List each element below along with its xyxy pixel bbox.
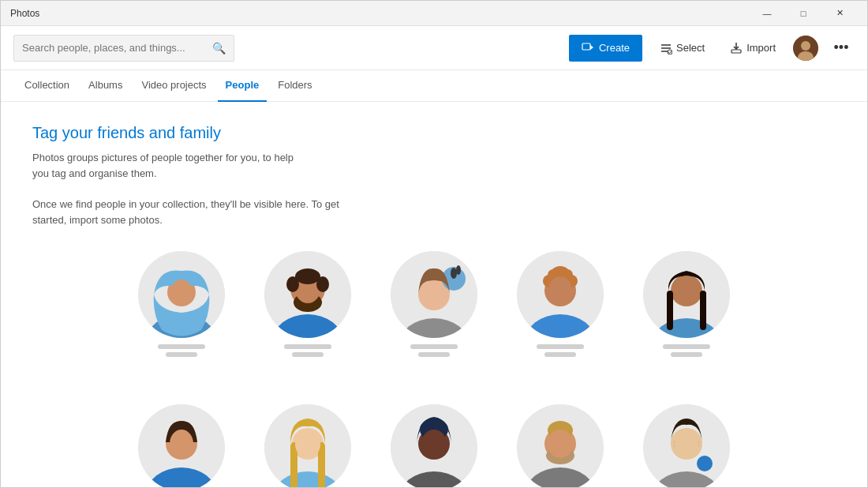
svg-point-27 bbox=[451, 268, 457, 279]
svg-rect-43 bbox=[700, 291, 706, 330]
svg-point-29 bbox=[422, 280, 446, 309]
avatar-row-2 bbox=[32, 404, 836, 487]
window-controls: — □ ✕ bbox=[749, 1, 858, 26]
list-item bbox=[264, 404, 351, 487]
user-avatar[interactable] bbox=[793, 36, 818, 61]
avatar bbox=[643, 251, 730, 338]
avatar-name-placeholder bbox=[158, 344, 205, 357]
avatar-name-placeholder bbox=[537, 344, 584, 357]
tab-collection[interactable]: Collection bbox=[17, 70, 77, 102]
select-icon bbox=[660, 42, 672, 54]
more-options-button[interactable]: ••• bbox=[828, 35, 855, 62]
svg-point-49 bbox=[170, 430, 193, 458]
title-bar: Photos — □ ✕ bbox=[1, 1, 867, 26]
search-input[interactable] bbox=[22, 42, 212, 54]
avatar bbox=[391, 251, 477, 338]
svg-point-66 bbox=[548, 430, 573, 458]
svg-rect-42 bbox=[667, 291, 673, 330]
maximize-button[interactable]: □ bbox=[785, 1, 821, 26]
tab-folders[interactable]: Folders bbox=[270, 70, 320, 102]
toolbar: 🔍 Create Select bbox=[1, 26, 867, 70]
page-note: Once we find people in your collection, … bbox=[32, 197, 364, 227]
tab-people[interactable]: People bbox=[218, 70, 268, 102]
svg-rect-0 bbox=[582, 43, 590, 50]
svg-marker-1 bbox=[590, 45, 593, 50]
close-button[interactable]: ✕ bbox=[821, 1, 858, 26]
svg-point-60 bbox=[421, 430, 447, 458]
avatar-row-1 bbox=[32, 251, 836, 357]
tab-video-projects[interactable]: Video projects bbox=[133, 70, 214, 102]
list-item bbox=[643, 251, 730, 357]
page-description: Photos groups pictures of people togethe… bbox=[32, 150, 301, 181]
list-item bbox=[264, 251, 351, 357]
svg-point-73 bbox=[697, 456, 713, 471]
avatar-section bbox=[32, 251, 836, 487]
avatar bbox=[264, 404, 351, 487]
avatar bbox=[264, 251, 351, 338]
page-heading: Tag your friends and family bbox=[32, 124, 836, 142]
search-icon: 🔍 bbox=[212, 42, 226, 54]
list-item bbox=[138, 404, 225, 487]
tab-albums[interactable]: Albums bbox=[80, 70, 130, 102]
list-item bbox=[138, 251, 225, 357]
minimize-button[interactable]: — bbox=[749, 1, 785, 26]
avatar bbox=[138, 404, 225, 487]
list-item bbox=[643, 404, 730, 487]
avatar-image bbox=[793, 36, 818, 61]
nav-tabs: Collection Albums Video projects People … bbox=[1, 70, 867, 102]
svg-point-14 bbox=[170, 280, 193, 305]
main-content: Tag your friends and family Photos group… bbox=[1, 102, 867, 487]
search-bar[interactable]: 🔍 bbox=[13, 35, 234, 62]
list-item bbox=[517, 251, 604, 357]
avatar bbox=[643, 404, 730, 487]
svg-point-44 bbox=[674, 276, 699, 306]
avatar bbox=[517, 251, 604, 338]
svg-point-74 bbox=[674, 430, 699, 458]
svg-point-9 bbox=[801, 41, 810, 51]
import-button[interactable]: Import bbox=[722, 35, 784, 62]
svg-point-55 bbox=[295, 429, 320, 459]
avatar bbox=[391, 404, 477, 487]
list-item bbox=[391, 251, 477, 357]
avatar-name-placeholder bbox=[663, 344, 710, 357]
avatar-name-placeholder bbox=[410, 344, 458, 357]
svg-point-22 bbox=[316, 276, 329, 292]
svg-point-5 bbox=[668, 50, 672, 54]
app-title: Photos bbox=[10, 8, 749, 19]
svg-point-38 bbox=[548, 276, 572, 305]
select-button[interactable]: Select bbox=[652, 35, 713, 62]
import-icon bbox=[730, 42, 743, 54]
svg-point-21 bbox=[286, 276, 299, 292]
avatar-name-placeholder bbox=[284, 344, 331, 357]
svg-point-20 bbox=[295, 268, 320, 284]
list-item bbox=[391, 404, 477, 487]
svg-rect-6 bbox=[731, 50, 741, 53]
svg-point-28 bbox=[456, 265, 461, 275]
list-item bbox=[517, 404, 604, 487]
avatar bbox=[517, 404, 604, 487]
create-icon bbox=[582, 42, 594, 54]
app-window: Photos — □ ✕ 🔍 Create bbox=[0, 0, 868, 488]
avatar bbox=[138, 251, 225, 338]
create-button[interactable]: Create bbox=[569, 35, 642, 62]
